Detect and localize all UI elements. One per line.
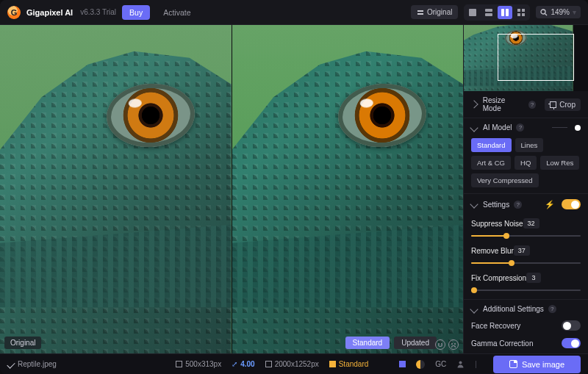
save-icon [509,360,517,368]
remove-blur-track[interactable] [471,259,581,267]
input-dims: 500x313px [176,360,221,368]
image-viewer[interactable]: Original Standard Updated [0,25,463,353]
view-split-v[interactable] [498,6,512,19]
status-model: Standard [329,360,369,368]
fix-compression-slider: Fix Compression 3 [464,269,588,296]
svg-point-11 [541,10,545,14]
expand-icon: ⤢ [232,360,237,368]
fix-compression-value: 3 [526,273,541,283]
model-very-compressed[interactable]: Very Compressed [471,173,539,187]
bolt-icon: ⚡ [545,200,555,209]
filename-group: Reptile.jpeg [7,360,57,368]
app-version: v6.3.3 Trial [80,8,116,16]
pane-original: Original [0,25,232,353]
view-single[interactable] [465,6,480,19]
activate-button[interactable]: Activate [156,5,198,20]
svg-rect-6 [506,9,509,16]
face-sad-icon[interactable] [448,339,459,350]
face-happy-icon[interactable] [435,339,445,350]
navigator-viewport[interactable] [498,34,574,81]
suppress-noise-label: Suppress Noise [471,220,523,228]
svg-rect-8 [522,9,525,12]
view-split-h[interactable] [481,6,496,19]
filename-label: Reptile.jpeg [18,360,57,368]
model-standard[interactable]: Standard [471,138,512,152]
resize-mode-label: Resize Mode [483,96,524,112]
square-icon [176,361,182,367]
model-lines[interactable]: Lines [515,138,544,152]
settings-row[interactable]: Settings ? ⚡ [464,193,588,215]
side-panel: Resize Mode ? Crop AI Model ? Standard L… [463,25,588,353]
svg-rect-0 [417,10,423,12]
svg-rect-10 [522,13,525,16]
settings-auto-toggle[interactable] [562,199,581,209]
pane-result: Standard Updated [232,25,464,353]
original-chip-label: Original [427,8,452,16]
svg-rect-4 [485,13,492,16]
face-recovery-toggle[interactable] [562,320,581,331]
help-icon[interactable]: ? [548,305,556,313]
app-logo: G [7,6,21,19]
contrast-icon[interactable] [416,360,425,369]
scale-factor[interactable]: ⤢4.00 [232,360,254,368]
auto-dot-icon[interactable] [575,125,581,131]
svg-rect-2 [469,9,476,16]
feedback-faces [435,339,459,350]
person-icon[interactable] [456,360,465,368]
help-icon[interactable]: ? [516,123,524,132]
chevron-right-icon [470,100,478,108]
original-chip[interactable]: Original [411,5,458,19]
search-icon [540,9,548,16]
square-icon [265,361,272,367]
help-icon[interactable]: ? [528,101,537,109]
result-model-pill[interactable]: Standard [345,337,390,349]
gamma-toggle[interactable] [562,338,581,348]
chevron-down-icon [470,123,478,132]
result-updated-pill[interactable]: Updated [394,337,437,349]
ai-model-label: AI Model [483,123,512,132]
auto-line [552,127,567,128]
view-quad[interactable] [514,6,528,19]
zoom-value: 149% [551,8,570,16]
result-image [232,25,464,353]
model-art-cg[interactable]: Art & CG [471,156,511,170]
fix-compression-track[interactable] [471,286,581,295]
crop-icon [550,101,556,108]
top-bar: G Gigapixel AI v6.3.3 Trial Buy Activate… [0,0,588,25]
svg-rect-7 [517,9,520,12]
chevron-down-icon [470,305,478,313]
check-icon [7,360,15,368]
svg-rect-1 [417,13,423,15]
resize-mode-row[interactable]: Resize Mode ? Crop [464,91,588,118]
zoom-control[interactable]: 149% ▾ [536,6,581,18]
status-bar: Reptile.jpeg 500x313px ⤢4.00 2000x1252px… [0,353,588,374]
buy-button[interactable]: Buy [122,5,150,20]
main-area: Original Standard Updated [0,25,588,353]
app-title: Gigapixel AI [26,8,73,17]
navigator-thumbnail[interactable] [464,25,588,91]
face-recovery-label: Face Recovery [471,322,520,330]
remove-blur-value: 37 [514,245,530,256]
app-window: G Gigapixel AI v6.3.3 Trial Buy Activate… [0,0,588,374]
ai-model-chips: Standard Lines Art & CG HQ Low Res Very … [464,137,588,193]
gamma-row: Gamma Correction [464,336,588,353]
original-badge: Original [4,337,41,349]
color-chip-icon[interactable] [399,361,406,367]
help-icon[interactable]: ? [514,201,522,209]
suppress-noise-value: 32 [523,218,539,229]
svg-rect-5 [501,9,504,16]
suppress-noise-track[interactable] [471,231,581,240]
suppress-noise-slider: Suppress Noise 32 [464,215,588,242]
original-image [0,25,232,353]
crop-button[interactable]: Crop [545,98,581,111]
model-hq[interactable]: HQ [514,156,537,170]
remove-blur-slider: Remove Blur 37 [464,242,588,269]
model-low-res[interactable]: Low Res [540,156,579,170]
svg-rect-3 [485,9,492,12]
additional-settings-row[interactable]: Additional Settings ? [464,299,588,318]
save-image-button[interactable]: Save image [493,356,581,373]
remove-blur-label: Remove Blur [471,247,514,255]
additional-settings-label: Additional Settings [483,305,544,313]
view-mode-segment [464,4,530,21]
ai-model-row[interactable]: AI Model ? [464,118,588,137]
